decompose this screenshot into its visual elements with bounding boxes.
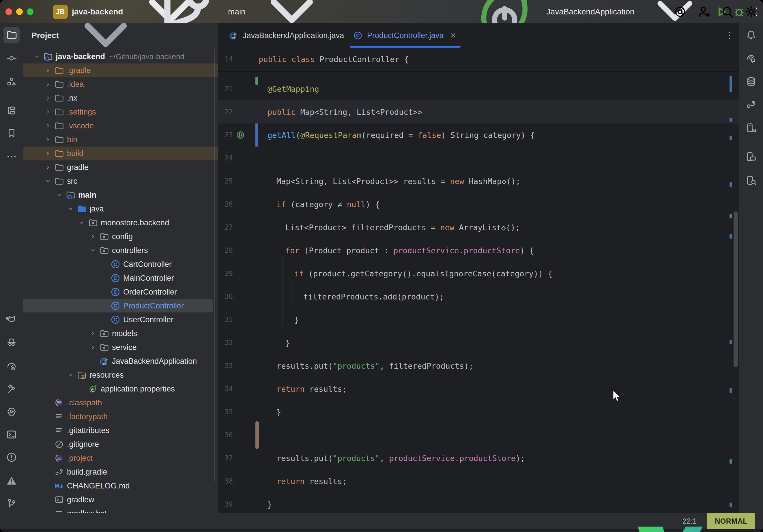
tree-scrollbar[interactable] bbox=[214, 49, 215, 481]
tree-item-gradlew[interactable]: gradlew bbox=[23, 493, 218, 507]
error-stripe-mark[interactable] bbox=[729, 75, 732, 92]
chevron-right-icon[interactable] bbox=[89, 330, 96, 337]
tree-item-resources[interactable]: resources bbox=[23, 368, 218, 382]
editor-tab-javabackendapplication-java[interactable]: JavaBackendApplication.java bbox=[229, 23, 344, 48]
tree-item--project[interactable]: .project bbox=[23, 451, 218, 465]
tree-item-main[interactable]: main bbox=[23, 188, 218, 202]
tree-item-service[interactable]: service bbox=[23, 341, 218, 354]
incognito-tool-button[interactable] bbox=[3, 334, 20, 350]
version-control-tool-button[interactable] bbox=[3, 495, 20, 511]
tree-item-application-properties[interactable]: application.properties bbox=[23, 382, 218, 396]
tree-item-controllers[interactable]: controllers bbox=[23, 244, 218, 257]
project-tool-button[interactable] bbox=[3, 27, 20, 43]
warnings-tool-button[interactable] bbox=[3, 473, 20, 489]
zoom-window-button[interactable] bbox=[27, 8, 34, 15]
vcs-change-marker-brown[interactable] bbox=[256, 421, 259, 449]
chevron-down-icon[interactable] bbox=[89, 247, 96, 254]
terminal-tool-button[interactable] bbox=[3, 426, 20, 443]
tree-item--settings[interactable]: .settings bbox=[23, 105, 218, 119]
project-panel-header[interactable]: Project bbox=[23, 23, 218, 48]
tree-item-config[interactable]: config bbox=[23, 230, 218, 244]
commit-tool-button[interactable] bbox=[3, 50, 20, 66]
tree-item-java[interactable]: java bbox=[23, 202, 218, 216]
code-line-29[interactable]: 29if (product.getCategory().equalsIgnore… bbox=[218, 262, 739, 285]
tree-item--gradle[interactable]: .gradle bbox=[23, 63, 218, 77]
profiler-tool-button[interactable] bbox=[3, 358, 20, 374]
vim-mode-badge[interactable]: NORMAL bbox=[707, 513, 755, 529]
build-tool-button[interactable] bbox=[3, 380, 20, 397]
tree-item--idea[interactable]: .idea bbox=[23, 77, 218, 91]
tree-item--classpath[interactable]: .classpath bbox=[23, 396, 218, 410]
run-configuration[interactable]: JavaBackendApplication bbox=[547, 7, 635, 16]
code-with-me-button[interactable] bbox=[696, 4, 711, 20]
tree-item-gradlew-bat[interactable]: gradlew.bat bbox=[23, 507, 218, 513]
code-line-39[interactable]: 39} bbox=[218, 493, 739, 513]
running-devices-tool-button[interactable] bbox=[743, 149, 759, 165]
copilot-cat-tool-button[interactable] bbox=[3, 312, 20, 328]
gradle-tool-button[interactable] bbox=[743, 96, 759, 112]
chevron-down-icon[interactable] bbox=[67, 205, 74, 212]
chevron-right-icon[interactable] bbox=[45, 122, 52, 129]
chevron-right-icon[interactable] bbox=[45, 95, 52, 102]
code-line-21[interactable]: 21@GetMapping bbox=[218, 77, 739, 100]
branch-selector[interactable]: main bbox=[139, 5, 335, 19]
chevron-down-icon[interactable] bbox=[45, 178, 52, 185]
tree-item-src[interactable]: src bbox=[23, 174, 218, 188]
code-line-25[interactable]: 25Map<String, List<Product>> results = n… bbox=[218, 170, 739, 193]
bookmarks-tool-button[interactable] bbox=[3, 125, 20, 141]
chevron-down-icon[interactable] bbox=[56, 191, 62, 198]
device-file-explorer-tool-button[interactable] bbox=[743, 172, 759, 188]
minimize-window-button[interactable] bbox=[16, 8, 23, 15]
device-manager-tool-button[interactable] bbox=[743, 120, 759, 136]
tree-item-ordercontroller[interactable]: COrderController bbox=[23, 285, 218, 299]
tree-item-build[interactable]: build bbox=[23, 147, 218, 160]
globe-gutter-icon[interactable] bbox=[236, 130, 245, 140]
close-tab-icon[interactable]: ✕ bbox=[450, 31, 457, 40]
code-line-35[interactable]: 35} bbox=[218, 400, 739, 424]
close-window-button[interactable] bbox=[5, 8, 12, 15]
ai-assistant-tool-button[interactable] bbox=[743, 51, 759, 67]
tree-item--gitattributes[interactable]: .gitattributes bbox=[23, 424, 218, 437]
code-line-33[interactable]: 33results.put("products", filteredProduc… bbox=[218, 354, 739, 377]
error-stripe-mark[interactable] bbox=[729, 340, 732, 344]
tree-item--nx[interactable]: .nx bbox=[23, 91, 218, 105]
error-stripe-mark[interactable] bbox=[729, 502, 732, 507]
tree-item-maincontroller[interactable]: CMainController bbox=[23, 271, 218, 285]
code-line-28[interactable]: 28for (Product product : productService.… bbox=[218, 239, 739, 262]
run-services-tool-button[interactable] bbox=[3, 404, 20, 420]
code-line-27[interactable]: 27List<Product> filteredProducts = new A… bbox=[218, 216, 739, 239]
tree-item-bin[interactable]: bin bbox=[23, 133, 218, 147]
notifications-tool-button[interactable] bbox=[743, 27, 759, 43]
code-line-26[interactable]: 26if (category ≠ null) { bbox=[218, 193, 739, 216]
code-line-36[interactable]: 36 bbox=[218, 424, 739, 447]
code-line-30[interactable]: 30filteredProducts.add(product); bbox=[218, 285, 739, 308]
tree-item-build-gradle[interactable]: build.gradle bbox=[23, 465, 218, 479]
search-everywhere-button[interactable] bbox=[720, 4, 735, 20]
error-stripe-mark[interactable] bbox=[729, 459, 732, 464]
editor-scrollbar[interactable] bbox=[733, 211, 738, 367]
tree-item-monostore-backend[interactable]: monostore.backend bbox=[23, 216, 218, 230]
error-stripe-mark[interactable] bbox=[729, 214, 732, 218]
error-stripe-mark[interactable] bbox=[729, 182, 732, 187]
chevron-right-icon[interactable] bbox=[89, 233, 96, 240]
vcs-change-marker-added[interactable] bbox=[256, 77, 258, 85]
tree-item--factorypath[interactable]: .factorypath bbox=[23, 410, 218, 424]
structure-tool-button[interactable] bbox=[3, 73, 20, 90]
tree-item-models[interactable]: models bbox=[23, 327, 218, 341]
chevron-down-icon[interactable] bbox=[67, 372, 74, 378]
chevron-right-icon[interactable] bbox=[45, 150, 52, 157]
sticky-header-line[interactable]: 14 public class ProductController { bbox=[218, 48, 739, 72]
code-line-38[interactable]: 38return results; bbox=[218, 470, 739, 493]
database-tool-button[interactable] bbox=[743, 73, 759, 90]
tree-item-java-backend[interactable]: java-backend~/Github/java-backend bbox=[23, 50, 218, 63]
chevron-down-icon[interactable] bbox=[33, 53, 40, 60]
code-line-32[interactable]: 32} bbox=[218, 331, 739, 354]
code-line-31[interactable]: 31} bbox=[218, 308, 739, 331]
tree-item-cartcontroller[interactable]: CCartController bbox=[23, 257, 218, 271]
code-line-34[interactable]: 34return results; bbox=[218, 377, 739, 400]
error-stripe-mark[interactable] bbox=[729, 388, 732, 393]
error-stripe-mark[interactable] bbox=[729, 234, 732, 239]
chevron-right-icon[interactable] bbox=[89, 344, 96, 351]
problems-tool-button[interactable] bbox=[3, 449, 20, 465]
services-tool-button[interactable] bbox=[3, 102, 20, 119]
